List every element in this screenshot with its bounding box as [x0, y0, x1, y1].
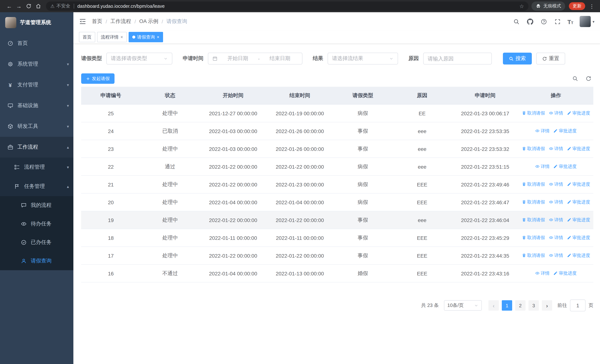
cancel-leave-link[interactable]: 取消请假 [522, 146, 545, 152]
reset-button[interactable]: 重置 [536, 53, 565, 65]
breadcrumb-oa-example[interactable]: OA 示例 [139, 18, 159, 25]
url-text[interactable]: dashboard.yudao.iocoder.cn/bpm/oa/leave [77, 3, 165, 9]
op-label: 取消请假 [527, 252, 545, 259]
app-logo-link[interactable]: 芋道管理系统 [0, 12, 73, 33]
sidebar-item-todo-tasks[interactable]: 待办任务 [0, 215, 73, 233]
progress-link[interactable]: 审批进度 [553, 163, 577, 170]
browser-reload-button[interactable] [24, 1, 33, 11]
progress-link[interactable]: 审批进度 [567, 199, 590, 205]
sidebar-fold-icon[interactable] [79, 18, 86, 25]
font-size-icon[interactable]: TT [567, 18, 573, 25]
result-select[interactable]: 请选择流结果 [328, 53, 398, 65]
progress-link[interactable]: 审批进度 [567, 217, 590, 223]
goto-page-input[interactable] [570, 299, 586, 311]
browser-forward-button[interactable]: → [14, 1, 24, 11]
page-size-select[interactable]: 10条/页 [444, 300, 482, 311]
warning-icon: ⚠ [50, 3, 55, 9]
goto-unit-label: 页 [589, 302, 593, 309]
detail-link[interactable]: 详情 [549, 235, 563, 241]
table-cell: 2022-01-22 23:44:35 [452, 247, 518, 264]
detail-link[interactable]: 详情 [549, 199, 563, 205]
browser-menu-icon[interactable]: ⋮ [588, 3, 596, 9]
dashboard-icon [7, 40, 13, 47]
tab-process-detail[interactable]: 流程详情 × [97, 32, 127, 42]
detail-link[interactable]: 详情 [535, 270, 550, 277]
cancel-leave-link[interactable]: 取消请假 [522, 199, 545, 205]
sidebar-item-devtools[interactable]: 研发工具 ▾ [0, 116, 73, 137]
page-button-1[interactable]: 1 [502, 300, 512, 311]
detail-link[interactable]: 详情 [549, 181, 563, 187]
incognito-label: 无痕模式 [543, 3, 561, 9]
sidebar-item-task-mgmt[interactable]: 任务管理 ▴ [0, 177, 73, 196]
sidebar-item-infrastructure[interactable]: 基础设施 ▾ [0, 95, 73, 116]
cancel-leave-link[interactable]: 取消请假 [522, 235, 545, 241]
browser-update-button[interactable]: 更新 [569, 2, 585, 10]
bookmark-star-icon[interactable]: ☆ [519, 3, 524, 9]
create-leave-button[interactable]: 发起请假 [81, 73, 114, 84]
security-chip[interactable]: ⚠ 不安全 [50, 3, 70, 9]
page-button-3[interactable]: 3 [528, 300, 539, 311]
start-date-placeholder[interactable]: 开始日期 [220, 55, 256, 62]
cancel-leave-link[interactable]: 取消请假 [522, 217, 545, 223]
apply-time-range-input[interactable]: 开始日期 - 结束日期 [208, 53, 302, 65]
tab-home[interactable]: 首页 [79, 32, 95, 42]
task-submenu: 我的流程 待办任务 已办任务 [0, 196, 73, 270]
date-range-separator: - [258, 56, 260, 62]
sidebar-item-done-tasks[interactable]: 已办任务 [0, 233, 73, 252]
pagination: 共 23 条 10条/页 ‹ 1 2 3 › 前往 页 [81, 299, 593, 311]
help-icon[interactable] [540, 18, 547, 25]
tab-leave-query[interactable]: 请假查询 × [129, 32, 163, 42]
progress-link[interactable]: 审批进度 [553, 270, 577, 277]
table-cell: 20 [81, 193, 141, 211]
hide-search-icon[interactable] [572, 75, 579, 82]
prev-page-button[interactable]: ‹ [488, 300, 499, 311]
close-icon[interactable]: × [157, 35, 159, 39]
progress-link[interactable]: 审批进度 [567, 110, 590, 116]
refresh-table-icon[interactable] [585, 75, 592, 82]
view-icon [549, 218, 553, 222]
sidebar-item-payment[interactable]: ¥ 支付管理 ▾ [0, 75, 73, 95]
progress-link[interactable]: 审批进度 [553, 128, 577, 134]
sidebar-item-home[interactable]: 首页 [0, 33, 73, 54]
detail-link[interactable]: 详情 [549, 217, 563, 223]
detail-link[interactable]: 详情 [549, 252, 563, 259]
address-bar[interactable]: ⚠ 不安全 dashboard.yudao.iocoder.cn/bpm/oa/… [46, 1, 528, 11]
detail-link[interactable]: 详情 [535, 163, 550, 170]
browser-home-button[interactable] [33, 1, 43, 11]
avatar-caret-icon[interactable]: ▾ [593, 19, 594, 24]
op-label: 审批进度 [572, 217, 590, 223]
end-date-placeholder[interactable]: 结束日期 [262, 55, 298, 62]
cancel-leave-link[interactable]: 取消请假 [522, 252, 545, 259]
cancel-leave-link[interactable]: 取消请假 [522, 181, 545, 187]
sidebar-item-process-mgmt[interactable]: 流程管理 ▾ [0, 158, 73, 177]
page-button-2[interactable]: 2 [515, 300, 525, 311]
op-label: 详情 [554, 235, 563, 241]
close-icon[interactable]: × [121, 35, 123, 39]
sidebar-item-leave-query[interactable]: 请假查询 [0, 252, 73, 270]
progress-link[interactable]: 审批进度 [567, 252, 590, 259]
detail-link[interactable]: 详情 [549, 110, 563, 116]
reason-input[interactable] [423, 53, 492, 65]
search-icon[interactable] [513, 18, 520, 25]
github-icon[interactable] [526, 18, 534, 25]
next-page-button[interactable]: › [542, 300, 552, 311]
sidebar-item-workflow[interactable]: 工作流程 ▴ [0, 137, 73, 158]
browser-back-button[interactable]: ← [4, 1, 14, 11]
breadcrumb-home[interactable]: 首页 [92, 18, 102, 25]
search-button[interactable]: 搜索 [503, 53, 532, 65]
table-toolbar: 发起请假 [81, 73, 593, 84]
detail-link[interactable]: 详情 [535, 128, 550, 134]
progress-link[interactable]: 审批进度 [567, 146, 590, 152]
leave-type-select[interactable]: 请选择请假类型 [106, 53, 172, 65]
cancel-leave-link[interactable]: 取消请假 [522, 110, 545, 116]
fullscreen-icon[interactable] [554, 18, 561, 25]
progress-link[interactable]: 审批进度 [567, 181, 590, 187]
detail-link[interactable]: 详情 [549, 146, 563, 152]
sidebar-item-my-processes[interactable]: 我的流程 [0, 196, 73, 215]
progress-link[interactable]: 审批进度 [567, 235, 590, 241]
breadcrumb-workflow[interactable]: 工作流程 [111, 18, 131, 25]
sidebar-item-label: 我的流程 [31, 202, 69, 209]
avatar[interactable] [580, 16, 591, 27]
table-cell: 2022-01-19 00:00:00 [266, 104, 333, 122]
sidebar-item-system[interactable]: 系统管理 ▾ [0, 54, 73, 75]
